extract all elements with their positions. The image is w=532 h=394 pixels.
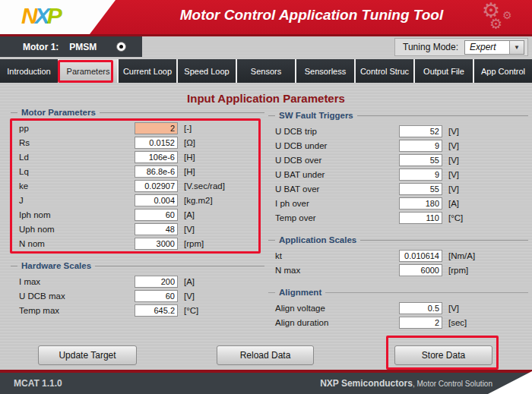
parameter-label: I max (19, 277, 135, 286)
parameter-row-u-dcb-trip: U DCB trip[V] (268, 124, 528, 138)
n-nom-input[interactable] (135, 238, 178, 250)
u-dcb-under-input[interactable] (399, 140, 442, 152)
parameter-label: U DCB under (275, 141, 399, 150)
i-ph-over-input[interactable] (399, 197, 442, 210)
parameter-row-lq: Lq[H] (11, 164, 264, 178)
parameter-unit: [V] (448, 141, 459, 150)
left-column: Motor Parameterspp[-]Rs[Ω]Ld[H]Lq[H]ke[V… (11, 107, 264, 327)
parameter-unit: [V.sec/rad] (184, 181, 225, 191)
ld-input[interactable] (135, 151, 178, 163)
parameter-row-align-voltage: Align voltage[V] (268, 301, 528, 315)
pp-input[interactable] (135, 122, 178, 134)
parameter-row-iph-nom: Iph nom[A] (11, 207, 264, 222)
parameter-row-u-bat-under: U BAT under[V] (268, 167, 528, 181)
temp-over-input[interactable] (399, 212, 442, 224)
page-title: Input Application Parameters (0, 92, 532, 105)
parameter-label: I ph over (275, 199, 399, 208)
motor-radio-icon[interactable] (116, 42, 126, 52)
i-max-input[interactable] (135, 276, 178, 288)
iph-nom-input[interactable] (135, 209, 178, 221)
parameter-label: Ld (19, 153, 135, 162)
motor-bar: Motor 1: PMSM Tuning Mode: Expert ▼ (0, 36, 532, 57)
parameter-row-ke: ke[V.sec/rad] (11, 178, 264, 193)
app-title: Motor Control Application Tuning Tool (144, 7, 479, 24)
tab-current-loop[interactable]: Current Loop (119, 59, 176, 83)
group-sw-fault-triggers: SW Fault TriggersU DCB trip[V]U DCB unde… (268, 110, 528, 225)
parameter-row-temp-over: Temp over[°C] (268, 210, 528, 225)
parameter-row-u-dcb-under: U DCB under[V] (268, 138, 528, 153)
group-hardware-scales: Hardware ScalesI max[A]U DCB max[V]Temp … (11, 260, 264, 317)
u-dcb-max-input[interactable] (135, 290, 178, 302)
tab-parameters[interactable]: Parameters (59, 59, 117, 83)
parameter-unit: [V] (448, 184, 459, 194)
u-bat-over-input[interactable] (399, 183, 442, 195)
motor-label: Motor 1: (23, 42, 59, 52)
parameter-unit: [°C] (448, 213, 463, 222)
align-voltage-input[interactable] (399, 302, 442, 314)
motor-selector[interactable]: Motor 1: PMSM (0, 36, 142, 57)
tab-sensors[interactable]: Sensors (237, 59, 295, 83)
mcat-window: NXP Motor Control Application Tuning Too… (0, 0, 532, 394)
parameter-unit: [V] (448, 127, 459, 136)
u-bat-under-input[interactable] (399, 169, 442, 181)
parameter-unit: [V] (448, 156, 459, 165)
parameter-row-u-bat-over: U BAT over[V] (268, 181, 528, 196)
group-legend: Application Scales (268, 235, 528, 245)
parameter-label: N max (275, 266, 399, 275)
motor-type: PMSM (69, 42, 97, 52)
tab-output-file[interactable]: Output File (415, 59, 473, 83)
parameter-row-j: J[kg.m2] (11, 193, 264, 207)
uph-nom-input[interactable] (135, 223, 178, 235)
tuning-mode-select[interactable]: Expert ▼ (464, 40, 524, 55)
footer-branding: NXP Semiconductors, Motor Control Soluti… (320, 378, 492, 389)
group-legend: Motor Parameters (11, 107, 264, 118)
group-alignment: AlignmentAlign voltage[V]Align duration[… (268, 287, 528, 329)
parameter-unit: [kg.m2] (184, 196, 213, 205)
parameter-label: U BAT under (275, 170, 399, 179)
parameter-label: U DCB trip (275, 127, 399, 136)
parameter-row-u-dcb-max: U DCB max[V] (11, 288, 264, 303)
nxp-logo: NXP (21, 3, 59, 29)
temp-max-input[interactable] (135, 304, 178, 317)
tab-introduction[interactable]: Introduction (0, 59, 58, 83)
update-target-button[interactable]: Update Target (38, 345, 137, 365)
app-version: MCAT 1.1.0 (14, 378, 62, 389)
parameter-label: Uph nom (19, 225, 135, 234)
parameter-unit: [Nm/A] (448, 251, 475, 260)
chevron-down-icon[interactable]: ▼ (509, 41, 524, 54)
store-data-button[interactable]: Store Data (394, 345, 492, 365)
ke-input[interactable] (135, 180, 178, 192)
j-input[interactable] (135, 194, 178, 206)
kt-input[interactable] (399, 250, 442, 262)
parameter-row-kt: kt[Nm/A] (268, 248, 528, 263)
parameter-unit: [H] (184, 153, 195, 162)
tab-speed-loop[interactable]: Speed Loop (178, 59, 236, 83)
tuning-mode-label: Tuning Mode: (403, 42, 458, 52)
group-legend: Hardware Scales (11, 260, 264, 271)
tab-sensorless[interactable]: Sensorless (296, 59, 354, 83)
tab-control-struc[interactable]: Control Struc (356, 59, 413, 83)
parameter-row-n-max: N max[rpm] (268, 263, 528, 277)
u-dcb-over-input[interactable] (399, 154, 442, 166)
reload-data-button[interactable]: Reload Data (217, 345, 314, 365)
parameter-label: pp (19, 124, 135, 133)
tuning-mode-value: Expert (465, 41, 509, 54)
parameter-label: U DCB max (19, 292, 135, 301)
parameter-row-rs: Rs[Ω] (11, 135, 264, 150)
tab-app-control[interactable]: App Control (474, 59, 532, 83)
align-duration-input[interactable] (399, 317, 442, 329)
gear-icon: ⚙ (502, 9, 512, 21)
rs-input[interactable] (135, 137, 178, 149)
parameter-label: U BAT over (275, 184, 399, 194)
u-dcb-trip-input[interactable] (399, 125, 442, 137)
gear-icon: ⚙ (489, 15, 502, 33)
parameter-row-uph-nom: Uph nom[V] (11, 222, 264, 236)
n-max-input[interactable] (399, 264, 442, 276)
parameter-unit: [A] (184, 277, 195, 286)
parameter-unit: [Ω] (184, 138, 195, 147)
parameter-unit: [rpm] (448, 266, 468, 275)
parameter-unit: [H] (184, 167, 195, 176)
lq-input[interactable] (135, 165, 178, 178)
parameter-label: J (19, 196, 135, 205)
parameter-row-pp: pp[-] (11, 121, 264, 135)
